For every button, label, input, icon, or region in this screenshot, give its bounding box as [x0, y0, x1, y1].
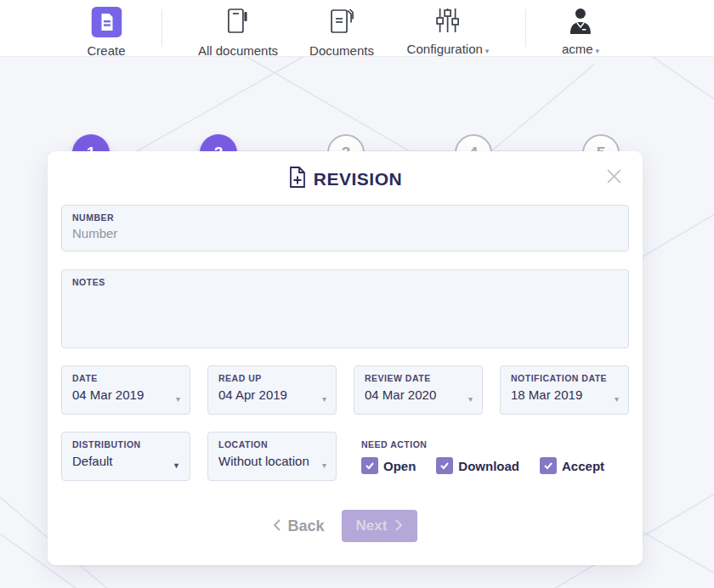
document-outline-icon: [224, 7, 252, 41]
location-value: Without location: [218, 454, 326, 468]
next-button-label: Next: [356, 517, 388, 534]
number-field-label: NUMBER: [72, 212, 618, 223]
date-field-label: DATE: [72, 373, 179, 383]
checkbox-download-label[interactable]: Download: [458, 459, 519, 473]
notification-date-field-value: 18 Mar 2019: [511, 387, 618, 402]
nav-label-create: Create: [87, 43, 125, 58]
checkbox-checked-icon[interactable]: [436, 457, 453, 474]
date-field[interactable]: DATE 04 Mar 2019 ▾: [61, 365, 190, 415]
date-fields-row: DATE 04 Mar 2019 ▾ READ UP 04 Apr 2019 ▾…: [61, 365, 629, 415]
top-nav: Create All documents: [0, 0, 714, 57]
nav-divider: [162, 9, 162, 47]
user-icon: [567, 7, 594, 39]
chevron-down-icon: ▾: [322, 461, 326, 470]
distribution-value: Default: [72, 454, 179, 468]
nav-item-all-documents[interactable]: All documents: [198, 7, 278, 58]
need-action-label: NEED ACTION: [361, 439, 604, 449]
distribution-label: DISTRIBUTION: [72, 439, 179, 449]
wizard-stepper: 1 2 3 4 5 DOCUMENT REVISION FILES ASSIGN…: [0, 57, 714, 150]
chevron-left-icon: [273, 518, 281, 534]
close-icon[interactable]: [604, 167, 624, 189]
nav-divider: [525, 9, 526, 47]
read-up-field-label: READ UP: [218, 373, 326, 383]
second-fields-row: DISTRIBUTION Default ▼ LOCATION Without …: [61, 432, 629, 481]
nav-label-account: acme▾: [562, 42, 599, 56]
notification-date-field-label: NOTIFICATION DATE: [511, 373, 618, 383]
notification-date-field[interactable]: NOTIFICATION DATE 18 Mar 2019 ▾: [500, 365, 629, 415]
modal-header: REVISION: [61, 151, 629, 205]
create-document-icon: [91, 7, 122, 41]
checkbox-checked-icon[interactable]: [540, 457, 557, 474]
checkbox-accept-label[interactable]: Accept: [562, 459, 604, 473]
read-up-field[interactable]: READ UP 04 Apr 2019 ▾: [207, 365, 337, 415]
nav-label-documents: Documents: [309, 43, 374, 58]
checkbox-accept[interactable]: Accept: [540, 457, 604, 474]
review-date-field-value: 04 Mar 2020: [365, 387, 472, 402]
document-plus-icon: [288, 166, 307, 192]
modal-title: REVISION: [314, 169, 402, 189]
review-date-field[interactable]: REVIEW DATE 04 Mar 2020 ▾: [354, 365, 483, 415]
chevron-down-icon: ▾: [176, 394, 180, 404]
review-date-field-label: REVIEW DATE: [365, 373, 472, 383]
notes-field-label: NOTES: [72, 277, 618, 287]
nav-item-documents[interactable]: Documents: [309, 7, 374, 58]
sliders-icon: [433, 7, 463, 39]
distribution-select[interactable]: DISTRIBUTION Default ▼: [61, 432, 190, 481]
chevron-down-icon: ▾: [615, 394, 619, 404]
notes-input[interactable]: [72, 287, 618, 336]
date-field-value: 04 Mar 2019: [72, 387, 179, 402]
select-arrow-icon: ▼: [173, 461, 180, 470]
number-field-group[interactable]: NUMBER: [61, 205, 629, 252]
number-input[interactable]: [72, 226, 618, 240]
revision-modal: REVISION NUMBER NOTES DATE 04 Mar 2019: [48, 151, 643, 565]
checkbox-download[interactable]: Download: [436, 457, 519, 474]
nav-item-account[interactable]: acme▾: [562, 7, 599, 56]
nav-label-all-documents: All documents: [198, 43, 278, 58]
need-action-group: NEED ACTION Open Download: [361, 432, 604, 481]
nav-item-create[interactable]: Create: [87, 7, 125, 58]
chevron-down-icon: ▾: [468, 394, 473, 404]
location-select[interactable]: LOCATION Without location ▾: [207, 432, 337, 481]
modal-buttons: Back Next: [61, 510, 629, 542]
documents-stack-icon: [327, 7, 356, 41]
next-button[interactable]: Next: [342, 510, 418, 542]
back-button-label: Back: [288, 517, 325, 535]
chevron-down-icon: ▾: [596, 47, 600, 55]
back-button[interactable]: Back: [273, 517, 325, 535]
checkbox-open[interactable]: Open: [361, 457, 416, 474]
location-label: LOCATION: [218, 439, 326, 449]
checkbox-checked-icon[interactable]: [361, 457, 378, 474]
chevron-right-icon: [394, 518, 403, 534]
screen: Create All documents: [0, 0, 714, 588]
notes-field-group[interactable]: NOTES: [61, 269, 629, 348]
chevron-down-icon: ▾: [322, 394, 326, 404]
nav-label-configuration: Configuration▾: [407, 42, 490, 56]
checkbox-open-label[interactable]: Open: [383, 459, 416, 473]
chevron-down-icon: ▾: [485, 47, 490, 55]
read-up-field-value: 04 Apr 2019: [218, 387, 326, 402]
nav-item-configuration[interactable]: Configuration▾: [407, 7, 490, 56]
